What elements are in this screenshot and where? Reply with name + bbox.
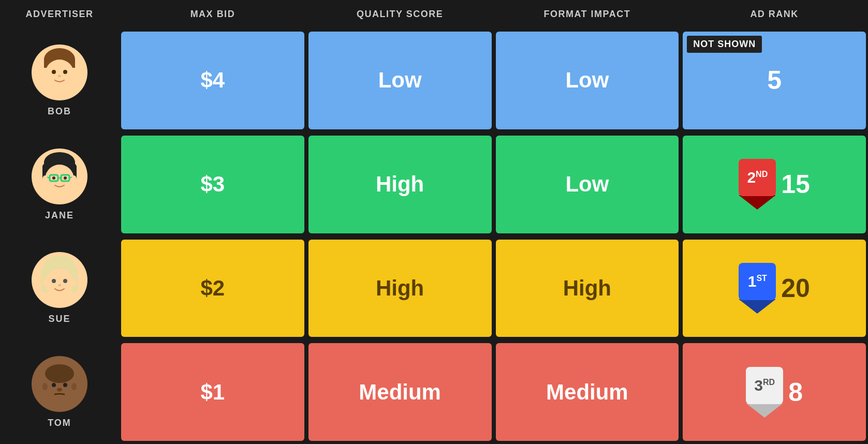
svg-point-40 — [52, 383, 56, 387]
svg-point-33 — [43, 279, 48, 286]
svg-point-8 — [71, 70, 77, 78]
tom-formatimpact: Medium — [496, 343, 679, 441]
main-grid: ADVERTISER MAX BID QUALITY SCORE FORMAT … — [0, 0, 868, 444]
jane-qualityscore: High — [308, 136, 492, 233]
avatar-jane — [31, 148, 88, 205]
svg-point-32 — [58, 284, 61, 286]
header-maxbid-label: MAX BID — [190, 9, 236, 20]
svg-point-41 — [63, 383, 67, 387]
jane-adrank-number: 15 — [781, 169, 810, 199]
svg-point-29 — [46, 269, 73, 297]
avatar-tom — [31, 356, 88, 412]
svg-point-6 — [58, 75, 61, 77]
header-qualityscore-label: QUALITY SCORE — [357, 9, 443, 20]
svg-point-23 — [71, 175, 77, 183]
svg-point-3 — [45, 60, 74, 88]
tom-maxbid: $1 — [121, 343, 304, 441]
tom-qualityscore: Medium — [308, 343, 492, 441]
sue-adrank: 1ST 20 — [683, 240, 866, 337]
header-advertiser: ADVERTISER — [0, 0, 119, 28]
advertiser-sue: SUE — [0, 236, 119, 341]
bob-formatimpact: Low — [496, 32, 679, 129]
svg-point-38 — [42, 383, 48, 390]
header-adrank: AD RANK — [681, 0, 868, 28]
ribbon-2nd-tail — [739, 195, 776, 210]
sue-maxbid: $2 — [121, 240, 304, 337]
advertiser-bob: BOB — [0, 28, 119, 132]
sue-qualityscore: High — [308, 240, 492, 337]
tom-adrank-number: 8 — [788, 377, 803, 407]
svg-point-42 — [57, 388, 62, 392]
ribbon-3rd-tail — [746, 403, 783, 418]
ribbon-3rd-top: 3RD — [746, 367, 783, 404]
svg-point-34 — [71, 279, 76, 286]
svg-point-37 — [45, 364, 74, 383]
header-qualityscore: QUALITY SCORE — [306, 0, 494, 28]
header-formatimpact-label: FORMAT IMPACT — [543, 9, 630, 20]
rank-1st-badge: 1ST — [739, 263, 776, 314]
svg-point-7 — [42, 70, 48, 78]
header-advertiser-label: ADVERTISER — [25, 9, 93, 20]
svg-point-20 — [52, 176, 55, 180]
ribbon-1st-top: 1ST — [739, 263, 776, 300]
tom-adrank: 3RD 8 — [683, 343, 866, 441]
svg-point-30 — [52, 279, 56, 283]
bob-maxbid: $4 — [121, 32, 304, 129]
svg-point-39 — [71, 383, 77, 390]
svg-point-5 — [63, 70, 67, 74]
svg-point-22 — [42, 175, 48, 183]
advertiser-tom-name: TOM — [48, 418, 71, 428]
header-adrank-label: AD RANK — [750, 9, 799, 20]
not-shown-badge: NOT SHOWN — [687, 36, 762, 53]
ribbon-1st-tail — [739, 299, 776, 314]
bob-qualityscore: Low — [308, 32, 492, 129]
sue-adrank-number: 20 — [781, 273, 810, 303]
svg-point-4 — [52, 70, 56, 74]
avatar-sue — [31, 251, 88, 308]
advertiser-bob-name: BOB — [48, 106, 71, 117]
svg-point-31 — [63, 279, 67, 283]
advertiser-sue-name: SUE — [48, 314, 70, 324]
bob-adrank-number: 5 — [767, 65, 782, 95]
jane-maxbid: $3 — [121, 136, 304, 233]
svg-point-21 — [64, 176, 67, 180]
header-formatimpact: FORMAT IMPACT — [494, 0, 681, 28]
jane-adrank: 2ND 15 — [683, 136, 866, 233]
header-maxbid: MAX BID — [119, 0, 306, 28]
rank-3rd-badge: 3RD — [746, 367, 783, 418]
advertiser-jane: JANE — [0, 132, 119, 236]
sue-formatimpact: High — [496, 240, 679, 337]
jane-formatimpact: Low — [496, 136, 679, 233]
avatar-bob — [31, 44, 88, 101]
rank-2nd-badge: 2ND — [739, 159, 776, 210]
advertiser-tom: TOM — [0, 340, 119, 444]
bob-adrank: NOT SHOWN 5 — [683, 32, 866, 129]
advertiser-jane-name: JANE — [45, 210, 74, 221]
ribbon-2nd-top: 2ND — [739, 159, 776, 196]
